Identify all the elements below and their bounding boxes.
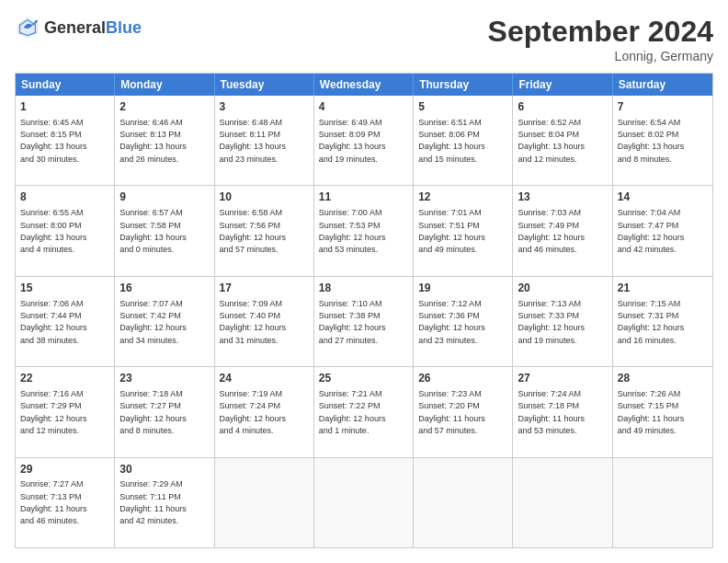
calendar-row-4: 22Sunrise: 7:16 AMSunset: 7:29 PMDayligh… — [16, 366, 712, 456]
calendar-row-3: 15Sunrise: 7:06 AMSunset: 7:44 PMDayligh… — [16, 276, 712, 366]
calendar-row-2: 8Sunrise: 6:55 AMSunset: 8:00 PMDaylight… — [16, 185, 712, 275]
calendar-cell-empty-4-4 — [414, 458, 513, 547]
calendar-row-1: 1Sunrise: 6:45 AMSunset: 8:15 PMDaylight… — [16, 96, 712, 185]
calendar-cell-30: 30Sunrise: 7:29 AMSunset: 7:11 PMDayligh… — [115, 458, 214, 547]
calendar-cell-1: 1Sunrise: 6:45 AMSunset: 8:15 PMDaylight… — [16, 96, 115, 185]
calendar-cell-9: 9Sunrise: 6:57 AMSunset: 7:58 PMDaylight… — [115, 186, 214, 275]
header: GeneralBlue September 2024 Lonnig, Germa… — [15, 15, 713, 63]
calendar-cell-13: 13Sunrise: 7:03 AMSunset: 7:49 PMDayligh… — [513, 186, 612, 275]
calendar-cell-empty-4-6 — [613, 458, 712, 547]
calendar-cell-24: 24Sunrise: 7:19 AMSunset: 7:24 PMDayligh… — [215, 367, 314, 456]
calendar-cell-20: 20Sunrise: 7:13 AMSunset: 7:33 PMDayligh… — [513, 277, 612, 366]
calendar-cell-empty-4-2 — [215, 458, 314, 547]
calendar-row-5: 29Sunrise: 7:27 AMSunset: 7:13 PMDayligh… — [16, 457, 712, 547]
calendar-cell-11: 11Sunrise: 7:00 AMSunset: 7:53 PMDayligh… — [314, 186, 414, 275]
header-tuesday: Tuesday — [215, 74, 314, 96]
month-year: September 2024 — [488, 15, 713, 49]
calendar-cell-29: 29Sunrise: 7:27 AMSunset: 7:13 PMDayligh… — [16, 458, 115, 547]
calendar-cell-28: 28Sunrise: 7:26 AMSunset: 7:15 PMDayligh… — [613, 367, 712, 456]
calendar-cell-22: 22Sunrise: 7:16 AMSunset: 7:29 PMDayligh… — [16, 367, 115, 456]
logo: GeneralBlue — [15, 15, 142, 40]
calendar-cell-7: 7Sunrise: 6:54 AMSunset: 8:02 PMDaylight… — [613, 96, 712, 185]
calendar-cell-17: 17Sunrise: 7:09 AMSunset: 7:40 PMDayligh… — [215, 277, 314, 366]
calendar-cell-5: 5Sunrise: 6:51 AMSunset: 8:06 PMDaylight… — [414, 96, 513, 185]
title-block: September 2024 Lonnig, Germany — [488, 15, 713, 63]
logo-general: General — [44, 18, 106, 37]
header-sunday: Sunday — [16, 74, 115, 96]
calendar-cell-12: 12Sunrise: 7:01 AMSunset: 7:51 PMDayligh… — [414, 186, 513, 275]
calendar-cell-2: 2Sunrise: 6:46 AMSunset: 8:13 PMDaylight… — [115, 96, 214, 185]
calendar-cell-15: 15Sunrise: 7:06 AMSunset: 7:44 PMDayligh… — [16, 277, 115, 366]
calendar-cell-8: 8Sunrise: 6:55 AMSunset: 8:00 PMDaylight… — [16, 186, 115, 275]
calendar-cell-27: 27Sunrise: 7:24 AMSunset: 7:18 PMDayligh… — [513, 367, 612, 456]
logo-blue: Blue — [106, 18, 142, 37]
calendar-header-row: Sunday Monday Tuesday Wednesday Thursday… — [16, 74, 712, 96]
calendar-cell-21: 21Sunrise: 7:15 AMSunset: 7:31 PMDayligh… — [613, 277, 712, 366]
calendar-cell-26: 26Sunrise: 7:23 AMSunset: 7:20 PMDayligh… — [414, 367, 513, 456]
calendar-cell-empty-4-3 — [314, 458, 414, 547]
header-thursday: Thursday — [414, 74, 513, 96]
calendar: Sunday Monday Tuesday Wednesday Thursday… — [15, 73, 713, 548]
location: Lonnig, Germany — [488, 49, 713, 63]
header-wednesday: Wednesday — [314, 74, 414, 96]
calendar-cell-10: 10Sunrise: 6:58 AMSunset: 7:56 PMDayligh… — [215, 186, 314, 275]
calendar-cell-empty-4-5 — [513, 458, 612, 547]
calendar-cell-23: 23Sunrise: 7:18 AMSunset: 7:27 PMDayligh… — [115, 367, 214, 456]
header-saturday: Saturday — [613, 74, 712, 96]
logo-icon — [15, 15, 40, 40]
calendar-cell-16: 16Sunrise: 7:07 AMSunset: 7:42 PMDayligh… — [115, 277, 214, 366]
calendar-cell-18: 18Sunrise: 7:10 AMSunset: 7:38 PMDayligh… — [314, 277, 414, 366]
calendar-cell-25: 25Sunrise: 7:21 AMSunset: 7:22 PMDayligh… — [314, 367, 414, 456]
page: GeneralBlue September 2024 Lonnig, Germa… — [0, 0, 728, 563]
calendar-cell-6: 6Sunrise: 6:52 AMSunset: 8:04 PMDaylight… — [513, 96, 612, 185]
header-monday: Monday — [115, 74, 214, 96]
calendar-cell-3: 3Sunrise: 6:48 AMSunset: 8:11 PMDaylight… — [215, 96, 314, 185]
calendar-cell-19: 19Sunrise: 7:12 AMSunset: 7:36 PMDayligh… — [414, 277, 513, 366]
calendar-cell-14: 14Sunrise: 7:04 AMSunset: 7:47 PMDayligh… — [613, 186, 712, 275]
logo-text: GeneralBlue — [44, 18, 142, 38]
calendar-cell-4: 4Sunrise: 6:49 AMSunset: 8:09 PMDaylight… — [314, 96, 414, 185]
header-friday: Friday — [513, 74, 612, 96]
calendar-body: 1Sunrise: 6:45 AMSunset: 8:15 PMDaylight… — [16, 96, 712, 547]
